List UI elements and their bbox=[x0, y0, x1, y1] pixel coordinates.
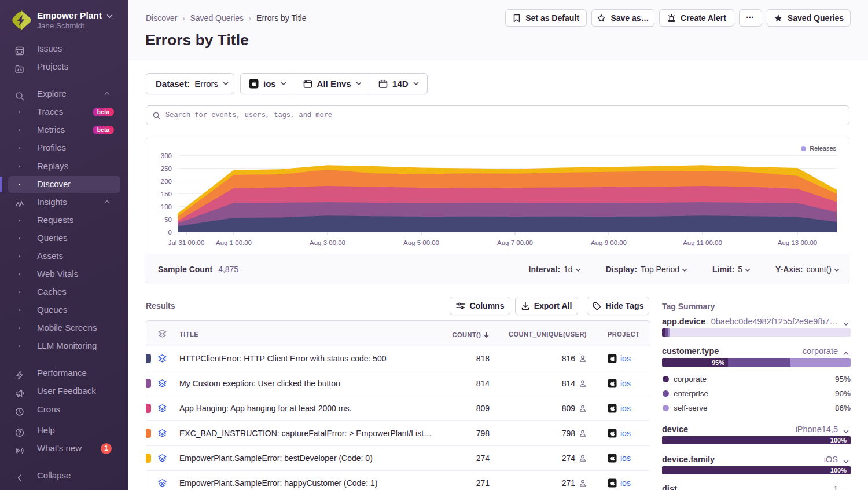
svg-text:100: 100 bbox=[161, 203, 172, 210]
svg-text:Aug 13 00:00: Aug 13 00:00 bbox=[778, 239, 817, 246]
svg-text:Aug 5 00:00: Aug 5 00:00 bbox=[403, 239, 439, 246]
svg-text:Aug 9 00:00: Aug 9 00:00 bbox=[591, 239, 627, 246]
svg-text:Aug 7 00:00: Aug 7 00:00 bbox=[497, 239, 533, 246]
svg-text:200: 200 bbox=[161, 178, 172, 185]
svg-text:Aug 11 00:00: Aug 11 00:00 bbox=[683, 239, 722, 246]
svg-text:250: 250 bbox=[161, 165, 172, 172]
svg-text:300: 300 bbox=[161, 152, 172, 159]
svg-text:0: 0 bbox=[168, 229, 172, 236]
svg-text:Jul 31 00:00: Jul 31 00:00 bbox=[168, 239, 205, 246]
svg-text:150: 150 bbox=[161, 191, 172, 198]
svg-text:Aug 1 00:00: Aug 1 00:00 bbox=[216, 239, 252, 246]
svg-text:50: 50 bbox=[164, 216, 172, 223]
svg-text:Aug 3 00:00: Aug 3 00:00 bbox=[310, 239, 345, 246]
